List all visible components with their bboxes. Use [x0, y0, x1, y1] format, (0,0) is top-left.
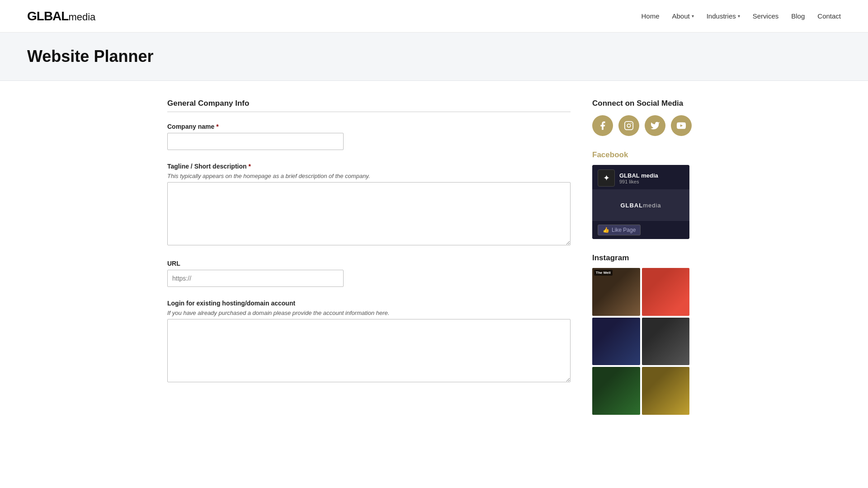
sidebar: Connect on Social Media Facebook [592, 99, 701, 415]
company-name-label: Company name * [167, 123, 571, 130]
logo[interactable]: GLBALmedia [27, 9, 95, 23]
fb-thumb-icon: 👍 [603, 227, 609, 233]
main-nav: Home About ▾ Industries ▾ Services Blog … [641, 12, 841, 20]
nav-about[interactable]: About ▾ [672, 12, 693, 20]
facebook-section: Facebook ✦ GLBAL media 991 likes GLBALme… [592, 150, 701, 239]
instagram-post-5[interactable] [592, 367, 640, 415]
svg-point-2 [631, 123, 632, 124]
facebook-card: ✦ GLBAL media 991 likes GLBALmedia 👍 Lik… [592, 165, 689, 239]
main-wrapper: General Company Info Company name * Tagl… [140, 81, 728, 433]
tagline-hint: This typically appears on the homepage a… [167, 173, 571, 179]
instagram-post-2[interactable] [642, 268, 690, 316]
nav-blog[interactable]: Blog [791, 12, 805, 20]
youtube-icon[interactable] [671, 115, 692, 136]
url-group: URL [167, 260, 571, 287]
social-icons [592, 115, 701, 136]
company-name-group: Company name * [167, 123, 571, 150]
fb-page-name: GLBAL media [619, 172, 658, 179]
nav-services[interactable]: Services [753, 12, 779, 20]
company-name-input[interactable] [167, 133, 344, 150]
social-title: Connect on Social Media [592, 99, 701, 108]
fb-image-text: GLBALmedia [620, 202, 661, 209]
url-input[interactable] [167, 270, 344, 287]
login-group: Login for existing hosting/domain accoun… [167, 300, 571, 384]
login-hint: If you have already purchased a domain p… [167, 310, 571, 316]
tagline-textarea[interactable] [167, 182, 571, 245]
instagram-post-4[interactable] [642, 318, 690, 366]
fb-logo-star: ✦ [603, 173, 610, 183]
logo-bold: GLBAL [27, 9, 68, 23]
instagram-post-1[interactable]: The Well [592, 268, 640, 316]
about-chevron: ▾ [692, 14, 694, 19]
nav-home[interactable]: Home [641, 12, 659, 20]
fb-like-label: Like Page [612, 227, 636, 233]
fb-card-image: GLBALmedia [592, 189, 689, 221]
instagram-post-6[interactable] [642, 367, 690, 415]
fb-card-info: GLBAL media 991 likes [619, 172, 658, 184]
svg-point-1 [627, 124, 630, 127]
instagram-icon[interactable] [618, 115, 639, 136]
url-label: URL [167, 260, 571, 267]
login-textarea[interactable] [167, 319, 571, 382]
nav-contact[interactable]: Contact [817, 12, 841, 20]
company-name-required: * [216, 123, 218, 130]
tagline-label-text: Tagline / Short description [167, 163, 247, 170]
facebook-icon[interactable] [592, 115, 613, 136]
twitter-icon[interactable] [645, 115, 665, 136]
logo-light: media [68, 11, 95, 23]
instagram-grid: The Well [592, 268, 689, 415]
svg-rect-0 [625, 122, 633, 130]
page-header: Website Planner [0, 33, 868, 81]
instagram-post-3[interactable] [592, 318, 640, 366]
fb-card-header: ✦ GLBAL media 991 likes [592, 165, 689, 189]
nav-industries[interactable]: Industries ▾ [707, 12, 740, 20]
industries-chevron: ▾ [738, 14, 740, 19]
fb-like-button[interactable]: 👍 Like Page [598, 225, 641, 235]
tagline-label: Tagline / Short description * [167, 163, 571, 170]
insta-overlay-1: The Well [594, 270, 613, 276]
form-area: General Company Info Company name * Tagl… [167, 99, 571, 415]
instagram-title: Instagram [592, 253, 701, 263]
login-label: Login for existing hosting/domain accoun… [167, 300, 571, 307]
fb-logo-box: ✦ [598, 169, 615, 187]
company-name-label-text: Company name [167, 123, 214, 130]
facebook-title: Facebook [592, 150, 701, 160]
form-section-title: General Company Info [167, 99, 571, 112]
instagram-section: Instagram The Well [592, 253, 701, 415]
header: GLBALmedia Home About ▾ Industries ▾ Ser… [0, 0, 868, 33]
fb-page-likes: 991 likes [619, 179, 658, 184]
page-title: Website Planner [27, 47, 841, 66]
social-section: Connect on Social Media [592, 99, 701, 136]
tagline-group: Tagline / Short description * This typic… [167, 163, 571, 247]
fb-like-btn-row: 👍 Like Page [592, 221, 689, 239]
tagline-required: * [249, 163, 251, 170]
